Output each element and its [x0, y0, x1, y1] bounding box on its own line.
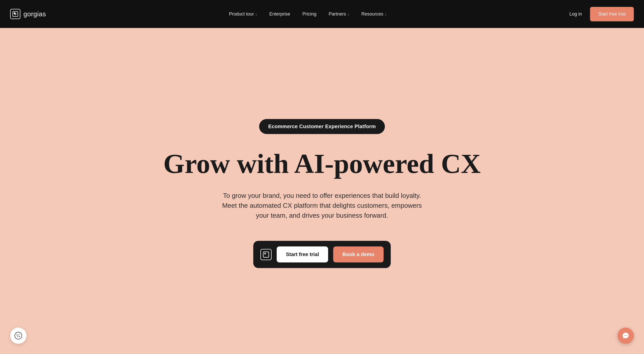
svg-point-11 [625, 335, 626, 336]
brand-name: gorgias [23, 10, 46, 18]
hero-demo-button[interactable]: Book a demo [333, 246, 384, 262]
login-link[interactable]: Log in [569, 11, 582, 17]
chevron-down-icon: ↓ [385, 12, 387, 16]
hero-trial-button[interactable]: Start free trial [277, 246, 328, 262]
hero-badge: Ecommerce Customer Experience Platform [259, 119, 385, 134]
svg-point-12 [627, 335, 627, 336]
nav-resources[interactable]: Resources ↓ [361, 11, 387, 17]
nav-pricing[interactable]: Pricing [302, 11, 316, 17]
nav-enterprise[interactable]: Enterprise [269, 11, 290, 17]
hero-subtitle: To grow your brand, you need to offer ex… [218, 191, 426, 220]
svg-point-7 [19, 336, 20, 337]
nav-links: Product tour ↓ Enterprise Pricing Partne… [229, 11, 386, 17]
cookie-settings-button[interactable] [10, 328, 26, 344]
chevron-down-icon: ↓ [347, 12, 349, 16]
hero-cta-container: Start free trial Book a demo [253, 241, 391, 268]
navbar: gorgias Product tour ↓ Enterprise Pricin… [0, 0, 644, 28]
svg-point-8 [17, 336, 18, 337]
svg-point-5 [17, 334, 18, 335]
nav-actions: Log in Start free trial [569, 7, 634, 21]
hero-logo-icon [260, 249, 272, 260]
svg-point-10 [624, 335, 625, 336]
svg-rect-1 [14, 12, 15, 14]
hero-section: Ecommerce Customer Experience Platform G… [0, 28, 644, 354]
logo[interactable]: gorgias [10, 9, 46, 19]
svg-rect-3 [264, 253, 266, 254]
chevron-down-icon: ↓ [256, 12, 257, 16]
svg-point-6 [19, 334, 20, 335]
logo-icon [10, 9, 20, 19]
nav-trial-button[interactable]: Start free trial [590, 7, 634, 21]
nav-product-tour[interactable]: Product tour ↓ [229, 11, 257, 17]
nav-partners[interactable]: Partners ↓ [329, 11, 349, 17]
svg-point-9 [18, 335, 19, 336]
svg-rect-2 [263, 252, 269, 257]
hero-title: Grow with AI-powered CX [163, 149, 481, 178]
chat-button[interactable] [618, 328, 634, 344]
